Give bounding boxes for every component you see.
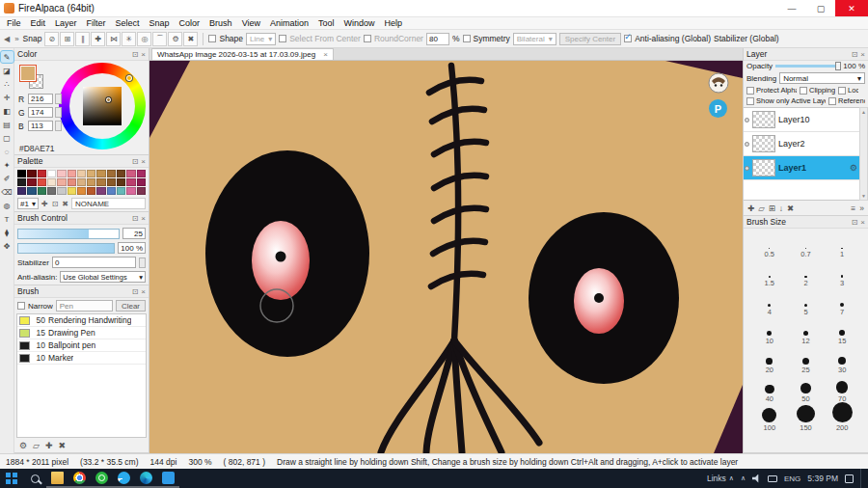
palette-swatch[interactable] (126, 170, 135, 177)
palette-swatch[interactable] (77, 170, 86, 177)
eraser-tool[interactable]: ◪ (1, 65, 14, 76)
snap-clear-icon[interactable]: ✖ (183, 32, 198, 46)
symmetry-select[interactable]: Bilateral▾ (513, 33, 556, 45)
b-spinner[interactable] (55, 121, 62, 131)
palette-replace-icon[interactable]: ⊡ (51, 200, 60, 208)
hex-value[interactable]: #D8AE71 (19, 144, 54, 153)
palette-swatch[interactable] (77, 187, 86, 195)
start-button[interactable] (0, 469, 23, 488)
palette-swatch[interactable] (27, 170, 36, 177)
clipping-checkbox[interactable] (800, 87, 807, 95)
duplicate-layer-icon[interactable]: ⊞ (769, 203, 775, 213)
panel-dock-icon[interactable]: ⊡ (852, 218, 858, 227)
palette-swatch[interactable] (38, 178, 46, 186)
brush-size-25[interactable]: 25 (788, 346, 825, 375)
clock[interactable]: 5:39 PM (807, 474, 838, 483)
palette-swatch[interactable] (117, 170, 125, 177)
edge-icon[interactable] (135, 469, 157, 488)
snap-radial-icon[interactable]: ✳ (122, 32, 136, 46)
panel-dock-icon[interactable]: ⊡ (132, 157, 139, 166)
snap-settings-icon[interactable]: ⚙ (168, 32, 182, 46)
brush-filter-input[interactable]: Pen (56, 300, 113, 312)
minimize-button[interactable]: — (777, 0, 806, 16)
brush-size-0.7[interactable]: 0.7 (788, 230, 825, 259)
panel-dock-icon[interactable]: ⊡ (852, 50, 858, 59)
select-eraser-tool[interactable]: ⌫ (1, 186, 14, 198)
menu-edit[interactable]: Edit (26, 18, 51, 28)
show-desktop-button[interactable] (860, 469, 864, 488)
menu-brush[interactable]: Brush (204, 18, 237, 28)
brush-folder-icon[interactable]: ▱ (33, 441, 40, 450)
delete-layer-icon[interactable]: ✖ (787, 203, 794, 213)
scroll-up-icon[interactable]: ▲ (861, 109, 866, 115)
brush-settings-icon[interactable]: ⚙ (19, 441, 27, 450)
brush-size-10[interactable]: 10 (751, 317, 788, 346)
narrow-checkbox[interactable] (17, 302, 25, 310)
palette-swatch[interactable] (96, 178, 105, 186)
color-wheel[interactable] (59, 63, 146, 149)
palette-swatch[interactable] (126, 178, 135, 186)
brush-size-2[interactable]: 2 (788, 259, 825, 288)
select-from-center-checkbox[interactable] (279, 35, 286, 42)
sv-marker[interactable] (106, 97, 111, 102)
saturation-value-square[interactable] (83, 87, 122, 125)
whatsapp-icon[interactable] (91, 469, 113, 488)
brush-list-item[interactable]: 10Ballpoint pen (17, 339, 146, 352)
menu-select[interactable]: Select (111, 18, 145, 28)
b-input[interactable]: 113 (28, 121, 53, 131)
network-icon[interactable] (768, 475, 777, 482)
brush-size-4[interactable]: 4 (751, 288, 788, 317)
palette-swatch[interactable] (126, 187, 135, 195)
brush-add-icon[interactable]: ✚ (45, 441, 53, 450)
menu-tool[interactable]: Tool (313, 18, 339, 28)
brush-opacity-value[interactable]: 100 % (118, 242, 146, 254)
brush-size-20[interactable]: 20 (751, 346, 788, 375)
layer-visibility-icon[interactable] (745, 118, 749, 122)
menu-animation[interactable]: Animation (265, 18, 313, 28)
lock-checkbox[interactable] (838, 87, 846, 95)
eyedropper-tool[interactable]: ⧫ (1, 227, 14, 238)
brush-size-3[interactable]: 3 (824, 259, 860, 288)
palette-swatch[interactable] (68, 170, 76, 177)
palette-swatch[interactable] (27, 187, 36, 195)
brush-size-7[interactable]: 7 (824, 288, 860, 317)
layer-visibility-icon[interactable] (745, 142, 749, 147)
scroll-down-icon[interactable]: ▼ (861, 193, 866, 199)
palette-swatch[interactable] (68, 187, 76, 195)
panel-close-icon[interactable]: × (141, 287, 146, 296)
dot-tool[interactable]: ∴ (1, 78, 14, 90)
chrome-icon[interactable] (68, 469, 91, 488)
g-spinner[interactable] (55, 107, 62, 118)
palette-swatch[interactable] (96, 170, 105, 177)
layer-overflow-icon[interactable]: » (859, 203, 864, 213)
brush-size-70[interactable]: 70 (824, 375, 860, 404)
palette-swatch[interactable] (38, 170, 46, 177)
text-tool[interactable]: T (1, 213, 14, 225)
snap-vanishing-icon[interactable]: ⋈ (106, 32, 121, 46)
palette-swatch[interactable] (117, 178, 125, 186)
palette-swatch[interactable] (57, 178, 66, 186)
bucket-tool[interactable]: ◍ (1, 200, 14, 211)
panel-close-icon[interactable]: × (141, 214, 146, 223)
file-explorer-icon[interactable] (46, 469, 68, 488)
move-tool[interactable]: ✛ (1, 92, 14, 103)
select-pen-tool[interactable]: ✐ (1, 173, 14, 184)
palette-add-icon[interactable]: ✚ (41, 200, 49, 208)
close-button[interactable]: ✕ (835, 0, 868, 16)
brush-size-slider[interactable] (17, 229, 120, 239)
layer-settings-icon[interactable]: ⚙ (850, 163, 857, 173)
palette-swatch[interactable] (107, 170, 116, 177)
fill-tool[interactable]: ◧ (1, 105, 14, 117)
menu-window[interactable]: Window (339, 18, 380, 28)
layer-folder-icon[interactable]: ▱ (758, 203, 765, 213)
blending-select[interactable]: Normal▾ (779, 72, 865, 84)
clear-button[interactable]: Clear (116, 300, 146, 312)
palette-swatch[interactable] (17, 178, 26, 186)
lasso-tool[interactable]: ◌ (1, 146, 14, 157)
palette-swatch[interactable] (57, 187, 66, 195)
palette-swatch[interactable] (137, 170, 146, 177)
anti-aliasing-global-checkbox[interactable] (624, 35, 632, 42)
brush-size-5[interactable]: 5 (788, 288, 825, 317)
palette-swatch[interactable] (17, 187, 26, 195)
opacity-slider-handle[interactable] (835, 62, 841, 70)
